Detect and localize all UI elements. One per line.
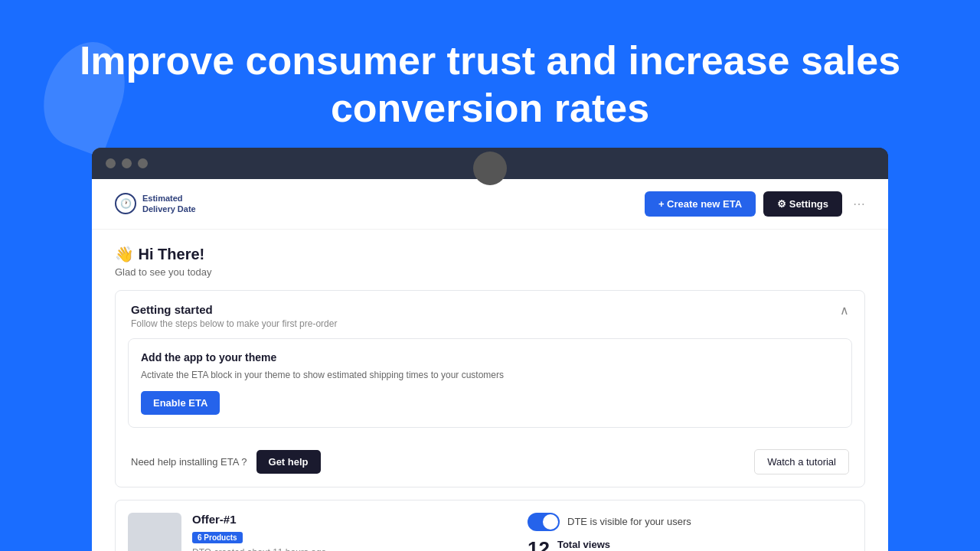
- greeting: 👋 Hi There!: [115, 245, 865, 263]
- getting-started-header: Getting started Follow the steps below t…: [116, 291, 864, 338]
- browser-titlebar: [92, 148, 888, 179]
- browser-window: 🕐 Estimated Delivery Date + Create new E…: [92, 148, 888, 551]
- hero-title: Improve consumer trust and increase sale…: [0, 15, 980, 148]
- enable-eta-button[interactable]: Enable ETA: [141, 391, 220, 415]
- browser-content: 🕐 Estimated Delivery Date + Create new E…: [92, 179, 888, 551]
- visibility-toggle[interactable]: [528, 513, 560, 531]
- window-dot-1: [106, 158, 116, 168]
- add-app-title: Add the app to your theme: [141, 351, 839, 364]
- stat-info: Total views Number of views by product: [557, 539, 662, 551]
- more-options-icon[interactable]: ⋯: [853, 197, 865, 211]
- help-section: Need help installing ETA ? Get help: [131, 450, 321, 474]
- stat-title: Total views: [557, 539, 662, 550]
- hero-section: Improve consumer trust and increase sale…: [0, 0, 980, 148]
- offer-card: Offer-#1 6 Products DTO created about 11…: [115, 500, 865, 551]
- avatar: [473, 152, 507, 185]
- getting-started-card: Getting started Follow the steps below t…: [115, 290, 865, 487]
- total-views-number: 12: [528, 539, 550, 551]
- offer-image: [128, 513, 181, 551]
- header-buttons: + Create new ETA ⚙ Settings ⋯: [645, 191, 865, 217]
- offer-stats: DTE is visible for your users 12 Total v…: [528, 513, 852, 551]
- offer-info: Offer-#1 6 Products DTO created about 11…: [192, 513, 517, 551]
- offer-date: DTO created about 11 hours ago: [192, 547, 517, 551]
- offer-name: Offer-#1: [192, 513, 517, 526]
- toggle-row: DTE is visible for your users: [528, 513, 852, 531]
- add-app-card: Add the app to your theme Activate the E…: [128, 338, 852, 428]
- get-help-button[interactable]: Get help: [256, 450, 321, 474]
- create-eta-button[interactable]: + Create new ETA: [645, 191, 756, 217]
- toggle-label: DTE is visible for your users: [567, 516, 691, 527]
- logo-area: 🕐 Estimated Delivery Date: [115, 193, 196, 215]
- app-header: 🕐 Estimated Delivery Date + Create new E…: [92, 179, 888, 230]
- watch-tutorial-button[interactable]: Watch a tutorial: [754, 449, 849, 474]
- add-app-desc: Activate the ETA block in your theme to …: [141, 368, 839, 382]
- getting-started-desc: Follow the steps below to make your firs…: [131, 318, 337, 329]
- stats-row: 12 Total views Number of views by produc…: [528, 539, 852, 551]
- window-dot-3: [138, 158, 148, 168]
- getting-started-title-area: Getting started Follow the steps below t…: [131, 303, 337, 329]
- getting-started-title: Getting started: [131, 303, 337, 316]
- help-row: Need help installing ETA ? Get help Watc…: [116, 440, 864, 487]
- settings-button[interactable]: ⚙ Settings: [763, 191, 842, 217]
- offer-badge: 6 Products: [192, 532, 243, 543]
- greeting-sub: Glad to see you today: [115, 266, 865, 278]
- main-content: 👋 Hi There! Glad to see you today Gettin…: [92, 230, 888, 551]
- help-text: Need help installing ETA ?: [131, 456, 247, 468]
- logo-icon: 🕐: [115, 193, 136, 214]
- window-dot-2: [122, 158, 132, 168]
- collapse-icon[interactable]: ∧: [840, 303, 849, 318]
- logo-text: Estimated Delivery Date: [142, 193, 196, 215]
